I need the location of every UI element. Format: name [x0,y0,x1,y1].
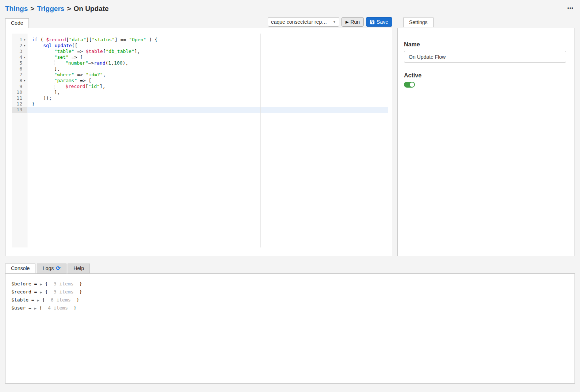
code-panel: Code eaque consectetur rep… ▼ ▶ Run [5,17,392,256]
gutter-row: 1▾ [12,37,27,43]
gutter-row: 2▾ [12,43,27,49]
tab-settings[interactable]: Settings [403,18,434,27]
code-line[interactable]: "number"=>rand(1,100), [27,60,388,66]
code-line[interactable]: $record["id"], [27,84,388,89]
gutter-row: 3 [12,49,27,54]
line-number: 2 [12,43,22,49]
chevron-down-icon: ▼ [333,20,336,24]
toolbar: eaque consectetur rep… ▼ ▶ Run [268,17,392,28]
code-token: => [74,49,85,54]
console-brace: { [37,305,48,311]
tab-help[interactable]: Help [68,264,90,273]
fold-icon[interactable]: ▾ [22,37,27,43]
indent [43,89,54,95]
code-token: "table" [54,49,75,54]
line-number: 10 [12,89,22,95]
indent [54,60,65,66]
tab-console[interactable]: Console [5,264,35,273]
gutter-row: 7 [12,72,27,78]
fold-icon[interactable]: ▾ [22,78,27,84]
code-line[interactable]: "set" => [ [27,54,388,60]
run-button[interactable]: ▶ Run [341,17,364,27]
code-token: ] == [115,37,129,42]
save-button[interactable]: Save [366,17,392,27]
fold-icon[interactable]: ▾ [22,43,27,49]
code-token: ], [134,49,140,54]
console-item-count: 3 items [54,289,74,295]
play-icon: ▶ [346,20,348,24]
console-variable-row: $before = ▶ { 3 items } [11,280,575,288]
indent [32,54,43,60]
code-line[interactable]: "where" => "id=?", [27,72,388,78]
code-editor[interactable]: 1▾2▾34▾5678▾910111213 if ( $record["data… [12,34,388,247]
console-item-count: 4 items [48,305,68,311]
console-variable-name: $user = [11,305,34,311]
refresh-icon[interactable]: ⟳ [56,265,61,271]
code-line[interactable]: "table" => $table["db_table"], [27,49,388,54]
console-brace: } [68,305,76,311]
code-token: "id=?" [86,72,103,77]
settings-panel: Settings Name Active [397,17,575,256]
tab-code[interactable]: Code [5,18,29,28]
main-row: Code eaque consectetur rep… ▼ ▶ Run [5,17,575,256]
console-variable-name: $before = [11,281,40,287]
console-variable-row: $table = ▶ { 6 items } [11,296,575,304]
code-token: "params" [54,78,77,83]
column-ruler [260,34,261,247]
name-input[interactable] [404,51,566,63]
code-token: => [88,60,94,66]
gutter-row: 6 [12,66,27,72]
code-token: ][ [86,37,92,42]
fold-icon[interactable]: ▾ [22,54,27,60]
indent [43,49,54,54]
breadcrumb-link-triggers[interactable]: Triggers [37,5,64,12]
code-token: "number" [65,60,88,66]
active-toggle[interactable] [404,82,415,88]
line-number: 8 [12,78,22,84]
code-line[interactable]: ]); [27,95,388,101]
code-line[interactable]: ], [27,66,388,72]
code-token: => [ [69,54,83,60]
console-brace: } [73,281,82,287]
code-token: , [103,72,106,77]
console-brace: } [71,297,79,303]
indent [32,66,43,72]
code-line[interactable] [27,107,388,113]
code-token: "status" [92,37,115,42]
code-panel-body: 1▾2▾34▾5678▾910111213 if ( $record["data… [5,28,392,256]
indent [43,84,54,89]
indent [43,78,54,84]
gutter-row: 11 [12,95,27,101]
code-token: => [74,72,85,77]
console-item-count: 6 items [51,297,71,303]
code-token: "set" [54,54,69,60]
page: Things>Triggers>On Update ••• Code eaque… [0,0,580,384]
code-token: ), [122,60,128,66]
save-icon [370,20,375,24]
line-number: 6 [12,66,22,72]
indent [32,60,43,66]
text-cursor [32,108,32,112]
gutter-row: 4▾ [12,54,27,60]
indent [32,49,43,54]
console-panel-header: Console Logs⟳ Help [5,263,575,273]
breadcrumb-link-things[interactable]: Things [5,5,28,12]
code-line[interactable]: if ( $record["data"]["status"] == "Open"… [27,37,388,43]
code-line[interactable]: } [27,101,388,107]
code-token: $record [65,84,85,89]
settings-panel-body: Name Active [397,28,575,256]
console-brace: { [39,297,50,303]
editor-code-area[interactable]: if ( $record["data"]["status"] == "Open"… [27,34,388,247]
more-options-icon[interactable]: ••• [566,5,575,11]
flow-select[interactable]: eaque consectetur rep… ▼ [268,17,339,27]
settings-panel-header: Settings [397,17,575,28]
code-token: rand [94,60,105,66]
tab-logs[interactable]: Logs⟳ [37,264,66,273]
code-line[interactable]: sql_update([ [27,43,388,49]
editor-lines: if ( $record["data"]["status"] == "Open"… [27,37,388,113]
indent [32,84,43,89]
code-line[interactable]: ], [27,89,388,95]
code-line[interactable]: "params" => [ [27,78,388,84]
line-number: 11 [12,95,22,101]
breadcrumb-separator: > [67,5,71,12]
